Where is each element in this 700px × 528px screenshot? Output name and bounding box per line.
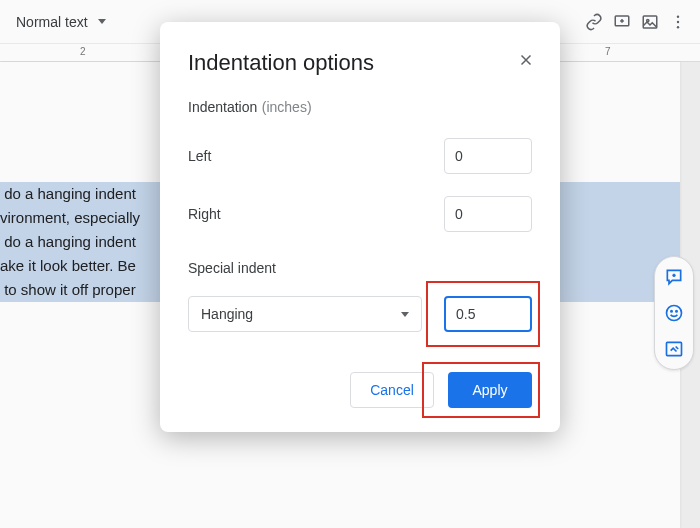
special-indent-select[interactable]: Hanging: [188, 296, 422, 332]
close-button[interactable]: [514, 48, 538, 72]
special-indent-label: Special indent: [188, 260, 532, 276]
indentation-section-label: Indentation (inches): [188, 98, 532, 116]
dialog-actions: Cancel Apply: [188, 372, 532, 408]
left-indent-row: Left: [188, 138, 532, 174]
apply-button[interactable]: Apply: [448, 372, 532, 408]
indentation-options-dialog: Indentation options Indentation (inches)…: [160, 22, 560, 432]
left-indent-input[interactable]: [444, 138, 532, 174]
special-indent-select-value: Hanging: [201, 306, 253, 322]
right-indent-label: Right: [188, 206, 221, 222]
section-label-text: Indentation: [188, 99, 257, 115]
dialog-title: Indentation options: [188, 50, 532, 76]
special-indent-value-input[interactable]: [444, 296, 532, 332]
dropdown-arrow-icon: [401, 312, 409, 317]
right-indent-input[interactable]: [444, 196, 532, 232]
left-indent-label: Left: [188, 148, 211, 164]
special-indent-row: Hanging: [188, 296, 532, 332]
cancel-button[interactable]: Cancel: [350, 372, 434, 408]
section-unit-text: (inches): [262, 99, 312, 115]
right-indent-row: Right: [188, 196, 532, 232]
